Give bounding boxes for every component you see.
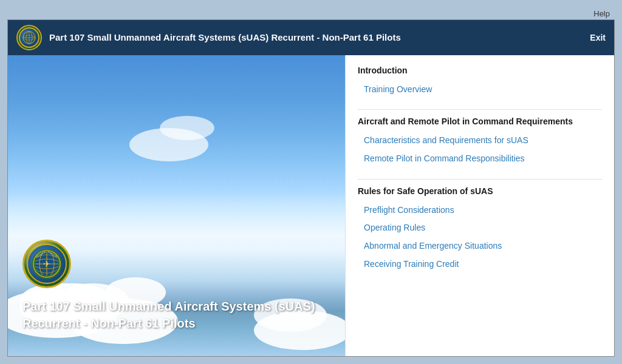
section-title-introduction: Introduction bbox=[358, 65, 602, 76]
title-bar: Part 107 Small Unmanned Aircraft Systems… bbox=[8, 20, 614, 55]
left-panel-content: ✈ FEDERAL AVIATION Part 107 Small Unmann… bbox=[22, 240, 330, 344]
nav-section-introduction: Introduction Training Overview bbox=[358, 65, 602, 99]
nav-section-rules: Rules for Safe Operation of sUAS Preflig… bbox=[358, 186, 602, 274]
exit-button[interactable]: Exit bbox=[590, 33, 606, 42]
main-content: ✈ FEDERAL AVIATION Part 107 Small Unmann… bbox=[8, 55, 614, 356]
course-title: Part 107 Small Unmanned Aircraft Systems… bbox=[22, 298, 330, 332]
help-label[interactable]: Help bbox=[593, 9, 610, 18]
nav-item-training-overview[interactable]: Training Overview bbox=[358, 81, 602, 99]
nav-item-preflight[interactable]: Preflight Considerations bbox=[358, 201, 602, 220]
faa-badge-small bbox=[16, 25, 42, 50]
section-divider bbox=[358, 109, 602, 110]
left-panel: ✈ FEDERAL AVIATION Part 107 Small Unmann… bbox=[8, 55, 345, 356]
faa-seal: ✈ FEDERAL AVIATION bbox=[22, 240, 71, 288]
nav-item-abnormal[interactable]: Abnormal and Emergency Situations bbox=[358, 237, 602, 255]
svg-text:✈: ✈ bbox=[43, 259, 50, 269]
nav-item-characteristics[interactable]: Characteristics and Requirements for sUA… bbox=[358, 132, 602, 150]
right-panel: Introduction Training Overview Aircraft … bbox=[345, 55, 614, 356]
cloud-decoration bbox=[160, 116, 214, 140]
section-divider-2 bbox=[358, 179, 602, 180]
nav-section-aircraft: Aircraft and Remote Pilot in Command Req… bbox=[358, 116, 602, 167]
nav-item-operating-rules[interactable]: Operating Rules bbox=[358, 219, 602, 237]
faa-seal-inner: ✈ FEDERAL AVIATION bbox=[27, 244, 67, 284]
section-title-rules: Rules for Safe Operation of sUAS bbox=[358, 186, 602, 197]
nav-item-training-credit[interactable]: Receiving Training Credit bbox=[358, 255, 602, 274]
app-title: Part 107 Small Unmanned Aircraft Systems… bbox=[49, 32, 401, 42]
section-title-aircraft: Aircraft and Remote Pilot in Command Req… bbox=[358, 116, 602, 127]
nav-item-responsibilities[interactable]: Remote Pilot in Command Responsibilities bbox=[358, 150, 602, 168]
